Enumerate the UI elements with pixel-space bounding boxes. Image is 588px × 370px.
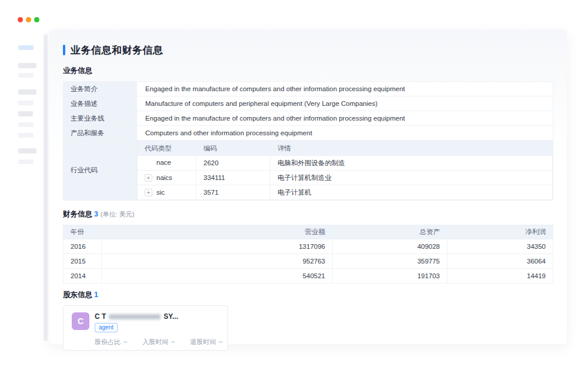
sidebar-item[interactable] [18,73,34,78]
code-type: nace [156,159,171,166]
expand-icon[interactable]: + [145,189,152,196]
business-info-table: 业务简介 Engaged in the manufacture of compu… [63,81,553,201]
zoom-button[interactable] [34,17,39,22]
code-cell: 334111 [196,171,270,185]
close-button[interactable] [18,17,23,22]
table-row: 2015 952763 359775 36064 [64,254,553,269]
table-row: 2016 1317096 409028 34350 [64,239,553,254]
table-header-row: 年份 营业额 总资产 净利润 [64,225,553,239]
table-header-row: 代码类型 编码 详情 [138,141,553,156]
industry-codes-cell: 代码类型 编码 详情 nace [137,141,553,201]
code-type: sic [156,189,165,196]
industry-codes-row: 行业代码 代码类型 编码 详情 [64,141,553,201]
code-cell: 3571 [196,185,270,200]
detail-cell: 电子计算机制造业 [270,171,553,185]
column-header: 年份 [64,225,102,239]
field-value: – [219,338,222,346]
window-controls [18,17,39,22]
column-header: 代码类型 [138,141,196,156]
code-cell: 2620 [196,156,270,171]
sidebar-item[interactable] [18,111,33,116]
profit-cell: 36064 [447,254,553,269]
table-row: 业务简介 Engaged in the manufacture of compu… [64,82,553,96]
sidebar-item[interactable] [18,101,34,105]
sidebar-item[interactable] [18,122,34,127]
minimize-button[interactable] [26,17,31,22]
table-row: + sic 3571 电子计算机 [138,185,553,200]
column-header: 详情 [270,141,553,156]
assets-cell: 409028 [333,239,447,254]
title-accent-bar [63,45,65,55]
column-header: 编码 [196,141,270,156]
page-title: 业务信息和财务信息 [71,44,163,57]
shareholder-body: C T SY... agent 股份占比 – 入股时间 – 退股时间 – [95,312,219,344]
field-label: 退股时间 [190,338,216,346]
revenue-cell: 1317096 [102,239,333,254]
field-entry-date: 入股时间 – [142,338,175,346]
table-row: 主要业务线 Engaged in the manufacture of comp… [64,111,553,126]
profit-cell: 14419 [447,269,553,284]
expand-icon[interactable]: + [145,174,152,182]
row-value: Engaged in the manufacture of computers … [137,82,553,96]
detail-cell: 电子计算机 [270,185,553,200]
shareholder-name-prefix: C T [95,312,106,321]
field-value: – [123,338,127,346]
detail-cell: 电脑和外围设备的制造 [270,156,553,171]
field-label: 入股时间 [142,338,168,346]
finance-count-badge: 3 [94,210,98,218]
field-label: 股份占比 [95,338,121,346]
assets-cell: 191703 [333,269,447,284]
sidebar-item[interactable] [18,63,36,68]
main-panel: 业务信息和财务信息 业务信息 业务简介 Engaged in the manuf… [49,29,567,344]
row-label: 产品和服务 [64,126,137,141]
page-header: 业务信息和财务信息 [63,44,553,56]
profit-cell: 34350 [447,239,553,254]
sidebar-item[interactable] [18,89,36,95]
sidebar-item[interactable] [18,159,34,164]
row-label: 业务描述 [64,96,137,111]
year-cell: 2015 [64,254,102,269]
row-value: Engaged in the manufacture of computers … [137,111,553,126]
shareholders-count-badge: 1 [94,291,98,299]
shareholder-fields: 股份占比 – 入股时间 – 退股时间 – [95,338,219,346]
sidebar-skeleton [18,45,37,164]
table-row: 产品和服务 Computers and other information pr… [64,126,553,141]
table-row: 业务描述 Manufacture of computers and periph… [64,96,553,111]
shareholder-name: C T SY... [95,312,219,321]
row-value: Manufacture of computers and peripheral … [137,96,553,111]
agent-badge: agent [95,323,118,332]
industry-codes-table: 代码类型 编码 详情 nace [137,141,553,200]
column-header: 净利润 [447,225,553,239]
redacted-name [109,314,161,319]
table-row: nace 2620 电脑和外围设备的制造 [138,156,553,171]
shareholders-section-title: 股东信息1 [63,290,553,300]
finance-section-label: 财务信息 [63,210,92,218]
sidebar-item[interactable] [18,133,34,138]
finance-section-title: 财务信息3(单位: 美元) [63,209,553,219]
year-cell: 2016 [64,239,102,254]
table-row: + naics 334111 电子计算机制造业 [138,171,553,185]
code-type: naics [156,174,172,181]
row-label: 业务简介 [64,82,137,96]
sidebar-divider [44,34,48,341]
sidebar-item[interactable] [18,148,36,154]
revenue-cell: 540521 [102,269,333,284]
shareholder-name-suffix: SY... [163,312,178,321]
field-value: – [171,338,175,346]
sidebar-item-active[interactable] [18,45,34,50]
row-value: Computers and other information processi… [137,126,553,141]
business-section-title: 业务信息 [63,66,553,76]
code-type-cell: nace [138,156,196,171]
table-row: 2014 540521 191703 14419 [64,269,553,284]
business-section-label: 业务信息 [63,66,92,75]
avatar: C [72,312,89,330]
shareholders-section-label: 股东信息 [63,291,92,299]
column-header: 总资产 [333,225,447,239]
field-share-ratio: 股份占比 – [95,338,127,346]
revenue-cell: 952763 [102,254,333,269]
shareholder-card[interactable]: C C T SY... agent 股份占比 – 入股时间 – 退股时间 – [63,305,228,351]
row-label: 行业代码 [64,141,137,201]
assets-cell: 359775 [333,254,447,269]
expand-spacer [145,159,152,166]
code-type-cell: + naics [138,171,196,185]
